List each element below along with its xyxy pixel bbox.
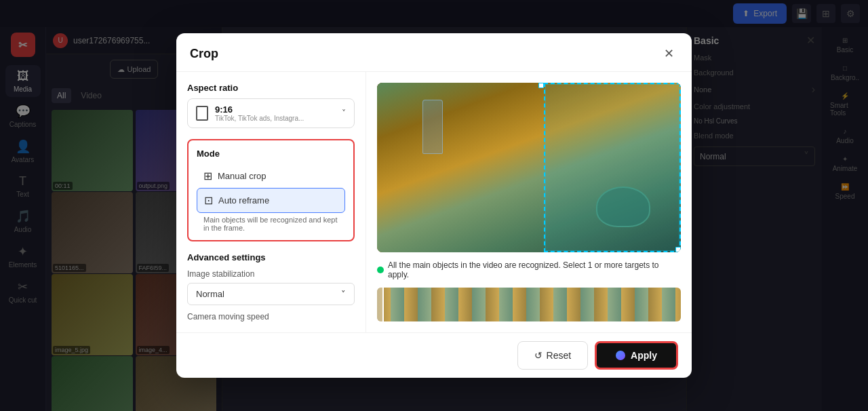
status-bar: All the main objects in the video are re… (377, 260, 681, 279)
modal-close-button[interactable]: ✕ (659, 44, 678, 63)
aspect-ratio-desc: TikTok, TikTok ads, Instagra... (215, 115, 335, 122)
aspect-ratio-title: Aspect ratio (187, 83, 355, 93)
auto-reframe-label: Auto reframe (218, 195, 269, 206)
aspect-ratio-dropdown[interactable]: 9:16 TikTok, TikTok ads, Instagra... ˅ (187, 98, 355, 128)
manual-crop-icon: ⊞ (203, 170, 212, 182)
apply-label: Apply (631, 350, 657, 361)
advanced-title: Advanced settings (187, 252, 355, 262)
auto-reframe-icon: ⊡ (204, 194, 213, 207)
stabilization-chevron-icon: ˅ (341, 289, 346, 299)
modal-body: Aspect ratio 9:16 TikTok, TikTok ads, In… (176, 72, 692, 332)
modal-right-panel: All the main objects in the video are re… (366, 72, 692, 332)
aspect-info: 9:16 TikTok, TikTok ads, Instagra... (215, 104, 335, 122)
status-dot (377, 267, 384, 273)
aspect-ratio-icon (196, 106, 208, 121)
crop-handle-bottom-right[interactable] (675, 247, 681, 252)
aspect-ratio-section: Aspect ratio 9:16 TikTok, TikTok ads, In… (187, 83, 355, 128)
modal-left-panel: Aspect ratio 9:16 TikTok, TikTok ads, In… (176, 72, 366, 332)
preview-area (377, 83, 681, 252)
modal-overlay: Crop ✕ Aspect ratio 9:16 (0, 0, 868, 411)
crop-handle-top-right[interactable] (538, 83, 544, 88)
aspect-ratio-value: 9:16 (215, 104, 335, 115)
camera-speed-label: Camera moving speed (187, 312, 355, 321)
auto-reframe-desc: Main objects will be recognized and kept… (197, 216, 345, 232)
crop-modal: Crop ✕ Aspect ratio 9:16 (176, 33, 692, 378)
stabilization-label: Image stabilization (187, 269, 355, 279)
reset-icon: ↺ (534, 350, 542, 361)
auto-reframe-option[interactable]: ⊡ Auto reframe (197, 188, 345, 213)
apply-dot-icon (616, 351, 625, 360)
glass-element (422, 100, 443, 154)
advanced-settings-section: Advanced settings Image stabilization No… (187, 252, 355, 321)
modal-header: Crop ✕ (176, 33, 692, 72)
modal-footer: ↺ Reset Apply (176, 332, 692, 378)
modal-title: Crop (190, 47, 218, 61)
timeline-playhead[interactable] (377, 288, 384, 321)
preview-image (377, 83, 681, 252)
mode-title: Mode (197, 149, 345, 159)
reset-button[interactable]: ↺ Reset (517, 341, 589, 370)
crop-overlay (544, 83, 681, 252)
aspect-chevron-down-icon: ˅ (342, 109, 346, 118)
apply-button[interactable]: Apply (595, 341, 678, 370)
manual-crop-label: Manual crop (218, 171, 267, 181)
close-icon: ✕ (664, 46, 674, 61)
mode-section: Mode ⊞ Manual crop ⊡ Auto reframe Main o… (187, 139, 355, 241)
app-container: ⬆ Export 💾 ⊞ ⚙ ✂ 🖼 Media 💬 Captions 👤 Av… (0, 0, 868, 411)
manual-crop-option[interactable]: ⊞ Manual crop (197, 164, 345, 188)
stabilization-dropdown[interactable]: Normal ˅ (187, 283, 355, 305)
timeline-strip (377, 288, 681, 321)
status-text: All the main objects in the video are re… (388, 260, 681, 279)
timeline-area[interactable] (377, 288, 681, 321)
stabilization-value: Normal (196, 289, 224, 299)
reset-label: Reset (547, 350, 572, 361)
